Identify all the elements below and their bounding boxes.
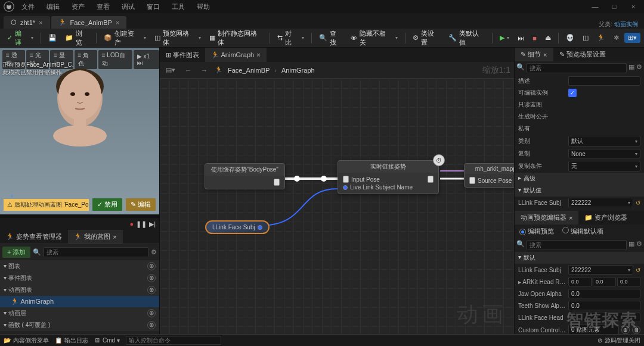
tree-item[interactable]: 🏃 AnimGraph [0, 296, 159, 307]
create-asset-button[interactable]: 📦创建资产 [100, 27, 150, 49]
console-input[interactable] [126, 336, 221, 345]
save-button[interactable]: 💾 [45, 32, 60, 43]
edit-defaults-radio[interactable]: 编辑默认项 [562, 227, 603, 236]
graph-menu-icon[interactable]: ▤▾ [163, 66, 178, 74]
lower-default-header[interactable]: ▾ 默认 [515, 252, 644, 264]
node-livelink-pose[interactable]: 实时链接姿势 Input Pose Live Link Subject Name [338, 160, 439, 194]
dropdown[interactable]: 无 [568, 161, 640, 172]
my-blueprint-search[interactable] [44, 247, 148, 257]
number-input[interactable]: 0.0 [617, 277, 640, 286]
cmd-dropdown[interactable]: 🖥 Cmd ▾ [94, 337, 120, 344]
preview-search[interactable] [527, 240, 627, 250]
grid-icon[interactable]: ▦ [628, 240, 634, 250]
menu-工具[interactable]: 工具 [167, 1, 190, 13]
graph-tab[interactable]: ⊞ 事件图表 [160, 48, 205, 62]
diff-button[interactable]: ⇆对比 [274, 27, 307, 49]
compile-button[interactable]: ✓编译 [4, 27, 37, 49]
checkbox[interactable]: ✓ [568, 89, 577, 97]
play-button[interactable]: ▶▾ [496, 32, 513, 43]
add-button[interactable]: + 添加 [2, 247, 30, 258]
node-variable-llink[interactable]: LLink Face Subj [205, 220, 270, 234]
eject-button[interactable]: ⏏ [541, 32, 555, 43]
add-element[interactable]: ⊕ [621, 326, 630, 334]
viewport[interactable]: ≡ 透视≡ 光照≡ 显示≡ 角色≡ LOD自动▶ x1 ⏭ 正在预览Face_A… [0, 48, 159, 214]
menu-帮助[interactable]: 帮助 [192, 1, 215, 13]
mesh-icon[interactable]: ◫ [579, 32, 592, 43]
number-input[interactable]: 0.0 [568, 289, 640, 298]
doc-tab[interactable]: 🏃Face_AnimBP× [51, 16, 127, 29]
add-icon[interactable]: ⊕ [147, 286, 156, 294]
dropdown[interactable]: 默认 [568, 136, 640, 146]
details-tab[interactable]: ✎ 细节 × [515, 48, 553, 61]
parent-class[interactable]: 父类: 动画实例 [599, 20, 644, 29]
gear-icon[interactable]: ⚙ [151, 248, 157, 256]
panel-tab[interactable]: 🏃 我的蓝图 × [68, 230, 123, 244]
menu-资产[interactable]: 资产 [67, 1, 89, 13]
minimize-button[interactable]: — [588, 3, 602, 10]
browse-button[interactable]: 📁浏览 [61, 27, 92, 49]
maximize-button[interactable]: □ [607, 3, 621, 10]
text-input[interactable] [568, 313, 640, 322]
next-frame-button[interactable]: ▶| [149, 220, 156, 228]
edit-button[interactable]: ✎ 编辑 [126, 198, 156, 211]
anim-icon[interactable]: 🏃 [593, 32, 609, 43]
hide-unrelated-button[interactable]: 👁隐藏不相关 [347, 27, 401, 49]
number-input[interactable]: 0.0 [568, 301, 640, 310]
output-log-button[interactable]: 📋 输出日志 [55, 336, 88, 345]
class-settings-button[interactable]: ⚙类设置 [409, 27, 444, 49]
blueprint-icon[interactable]: ⊞▾ [624, 33, 640, 43]
back-button[interactable]: ← [182, 67, 194, 74]
source-control-button[interactable]: ⊘ 源码管理关闭 [597, 336, 640, 345]
number-input[interactable]: 0.0 [593, 277, 616, 286]
make-static-button[interactable]: ▦制作静态网格体 [206, 27, 267, 49]
llink-subj-dropdown[interactable]: 222222 [568, 198, 633, 207]
graph-tab[interactable]: 🏃 AnimGraph × [205, 48, 267, 62]
record-button[interactable]: ● [129, 220, 134, 227]
class-defaults-button[interactable]: 🔧类默认值 [445, 27, 488, 49]
content-drawer-button[interactable]: 📂 内容侧滑菜单 [4, 336, 49, 345]
node-cached-pose[interactable]: 使用缓存姿势"BodyPose" [205, 163, 285, 189]
panel-tab[interactable]: 🏃 姿势查看管理器 [0, 230, 68, 244]
reset-icon[interactable]: ↺ [636, 200, 640, 206]
menu-查看[interactable]: 查看 [92, 1, 114, 13]
default-header[interactable]: ▾ 默认值 [515, 185, 644, 197]
reset-icon[interactable]: ↺ [636, 267, 640, 273]
details-search[interactable] [527, 63, 627, 73]
tree-header[interactable]: ▾ 动画层⊕ [0, 307, 159, 319]
close-icon[interactable]: × [116, 19, 119, 26]
forward-button[interactable]: → [199, 67, 210, 74]
tree-header[interactable]: ▾ 函数 ( 4可覆盖 )⊕ [0, 319, 159, 331]
node-arkit-mapping[interactable]: mh_arkit_mapping Source Pose [464, 163, 514, 188]
viewport-play[interactable]: ▶ x1 ⏭ [134, 50, 159, 69]
number-input[interactable]: 0.0 [568, 277, 592, 286]
advanced-header[interactable]: ▸ 高级 [515, 173, 644, 185]
skip-button[interactable]: ⏭ [514, 33, 528, 43]
edit-preview-radio[interactable]: 编辑预览 [519, 227, 554, 236]
disable-button[interactable]: ✓ 禁用 [92, 198, 122, 211]
find-button[interactable]: 🔍查找 [315, 27, 346, 49]
menu-窗口[interactable]: 窗口 [142, 1, 165, 13]
close-icon[interactable]: × [39, 19, 42, 26]
pause-button[interactable]: ❚❚ [136, 220, 147, 228]
tree-header[interactable]: ▾ 图表⊕ [0, 260, 159, 272]
graph-canvas[interactable]: 使用缓存姿势"BodyPose" 实时链接姿势 Input Pose Live … [160, 79, 514, 334]
gear-icon[interactable]: ⚙ [636, 63, 642, 73]
add-icon[interactable]: ⊕ [147, 321, 156, 329]
preview-mesh-button[interactable]: ◫预览网格体 [151, 27, 205, 49]
close-button[interactable]: × [626, 3, 640, 10]
breadcrumb-root[interactable]: Face_AnimBP [228, 67, 270, 74]
dropdown[interactable]: 222222 [568, 265, 633, 275]
lower-tab[interactable]: 动画预览编辑器 × [515, 211, 578, 225]
menu-文件[interactable]: 文件 [17, 1, 39, 13]
dropdown[interactable]: None [568, 149, 640, 158]
tree-header[interactable]: ▾ 动画图表⊕ [0, 284, 159, 296]
add-icon[interactable]: ⊕ [147, 262, 156, 270]
menu-调试[interactable]: 调试 [117, 1, 140, 13]
physics-icon[interactable]: ⚛ [610, 32, 623, 43]
tree-header[interactable]: ▾ 事件图表⊕ [0, 272, 159, 284]
skeleton-icon[interactable]: 💀 [562, 32, 578, 43]
doc-tab[interactable]: ⬡zht1*× [4, 16, 50, 29]
stop-button[interactable]: ■ [529, 33, 540, 43]
details-tab[interactable]: ✎ 预览场景设置 [553, 48, 612, 61]
add-icon[interactable]: ⊕ [147, 274, 156, 282]
